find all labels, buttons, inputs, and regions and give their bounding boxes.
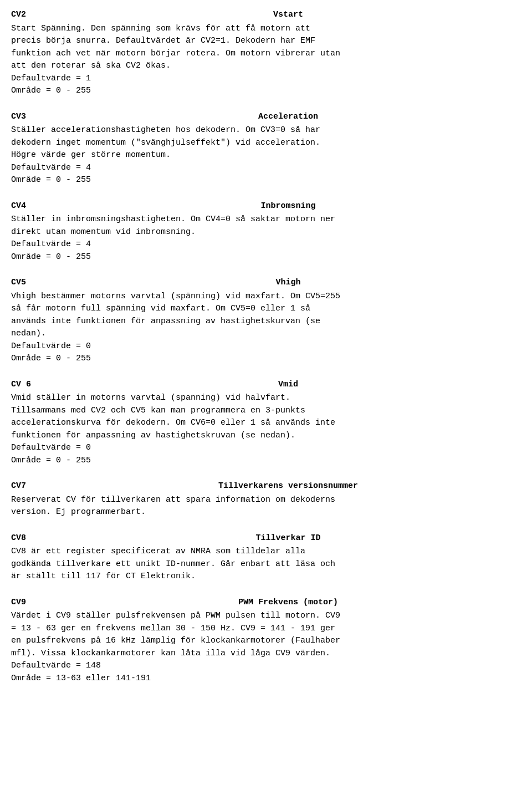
cv-default-cv3: Defaultvärde = 4 (11, 162, 521, 175)
cv-default-cv4: Defaultvärde = 4 (11, 238, 521, 251)
cv-body-cv7: Reserverat CV för tillverkaren att spara… (11, 494, 521, 519)
cv-title-cv7: Tillverkarens versionsnummer (55, 480, 521, 493)
main-content: CV2VstartStart Spänning. Den spänning so… (11, 9, 521, 685)
cv-body-cv5: Vhigh bestämmer motorns varvtal (spännin… (11, 291, 521, 340)
cv-number-cv5: CV5 (11, 277, 55, 289)
cv-header-cv3: CV3Acceleration (11, 111, 521, 124)
cv-header-cv7: CV7Tillverkarens versionsnummer (11, 480, 521, 493)
cv-range-cv9: Område = 13-63 eller 141-191 (11, 672, 521, 685)
cv-range-cv2: Område = 0 - 255 (11, 85, 521, 98)
cv-title-cv6: Vmid (55, 379, 521, 391)
cv-title-cv9: PWM Frekvens (motor) (55, 597, 521, 609)
cv-body-cv2: Start Spänning. Den spänning som krävs f… (11, 23, 521, 73)
cv-header-cv6: CV 6Vmid (11, 379, 521, 391)
cv-number-cv8: CV8 (11, 532, 55, 545)
cv-body-cv4: Ställer in inbromsningshastigheten. Om C… (11, 213, 521, 238)
cv-section-cv7: CV7Tillverkarens versionsnummerReservera… (11, 480, 521, 519)
cv-section-cv4: CV4InbromsningStäller in inbromsningshas… (11, 200, 521, 264)
cv-header-cv9: CV9PWM Frekvens (motor) (11, 597, 521, 609)
cv-range-cv5: Område = 0 - 255 (11, 353, 521, 365)
cv-title-cv8: Tillverkar ID (55, 532, 521, 545)
cv-section-cv9: CV9PWM Frekvens (motor)Värdet i CV9 stäl… (11, 597, 521, 685)
cv-default-cv5: Defaultvärde = 0 (11, 340, 521, 353)
cv-default-cv9: Defaultvärde = 148 (11, 660, 521, 672)
cv-number-cv6: CV 6 (11, 379, 55, 391)
cv-header-cv2: CV2Vstart (11, 9, 521, 22)
cv-range-cv3: Område = 0 - 255 (11, 174, 521, 187)
cv-title-cv3: Acceleration (55, 111, 521, 124)
cv-title-cv4: Inbromsning (55, 200, 521, 213)
cv-default-cv6: Defaultvärde = 0 (11, 442, 521, 455)
cv-section-cv6: CV 6VmidVmid ställer in motorns varvtal … (11, 379, 521, 467)
cv-section-cv3: CV3AccelerationStäller accelerationshast… (11, 111, 521, 187)
cv-range-cv4: Område = 0 - 255 (11, 251, 521, 264)
cv-title-cv5: Vhigh (55, 277, 521, 289)
cv-number-cv3: CV3 (11, 111, 55, 124)
cv-title-cv2: Vstart (55, 9, 521, 22)
cv-section-cv8: CV8Tillverkar IDCV8 är ett register spec… (11, 532, 521, 583)
cv-header-cv5: CV5Vhigh (11, 277, 521, 289)
cv-number-cv7: CV7 (11, 480, 55, 493)
cv-body-cv9: Värdet i CV9 ställer pulsfrekvensen på P… (11, 610, 521, 660)
cv-body-cv3: Ställer accelerationshastigheten hos dek… (11, 124, 521, 162)
cv-number-cv9: CV9 (11, 597, 55, 609)
cv-section-cv2: CV2VstartStart Spänning. Den spänning so… (11, 9, 521, 98)
cv-header-cv4: CV4Inbromsning (11, 200, 521, 213)
cv-body-cv6: Vmid ställer in motorns varvtal (spannin… (11, 392, 521, 442)
cv-body-cv8: CV8 är ett register specificerat av NMRA… (11, 546, 521, 583)
cv-header-cv8: CV8Tillverkar ID (11, 532, 521, 545)
cv-number-cv4: CV4 (11, 200, 55, 213)
cv-default-cv2: Defaultvärde = 1 (11, 73, 521, 85)
cv-number-cv2: CV2 (11, 9, 55, 22)
cv-range-cv6: Område = 0 - 255 (11, 455, 521, 467)
cv-section-cv5: CV5VhighVhigh bestämmer motorns varvtal … (11, 277, 521, 365)
